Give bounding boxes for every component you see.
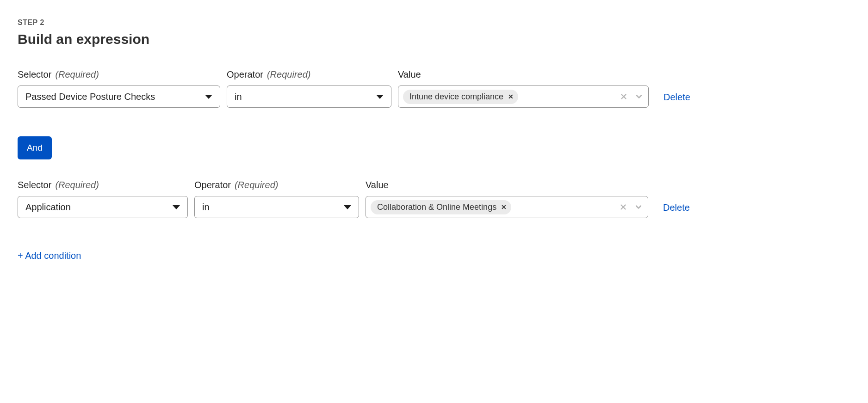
selector-label-row: Selector (Required) <box>18 180 188 190</box>
value-field-group: Value Intune device compliance ✕ <box>398 69 649 108</box>
value-label: Value <box>366 180 389 190</box>
value-multiselect[interactable]: Intune device compliance ✕ <box>398 85 649 108</box>
logic-operator-row: And <box>18 136 850 159</box>
selector-field-group: Selector (Required) Passed Device Postur… <box>18 69 220 108</box>
value-tag: Collaboration & Online Meetings ✕ <box>371 200 511 214</box>
value-label: Value <box>398 69 421 80</box>
selector-required: (Required) <box>55 180 99 190</box>
operator-required: (Required) <box>235 180 278 190</box>
operator-label: Operator <box>194 180 231 190</box>
value-tag: Intune device compliance ✕ <box>403 90 518 104</box>
selector-label-row: Selector (Required) <box>18 69 220 80</box>
selector-label: Selector <box>18 180 51 190</box>
operator-field-group: Operator (Required) in <box>194 180 359 218</box>
selector-field-group: Selector (Required) Application <box>18 180 188 218</box>
selector-value: Application <box>25 202 71 213</box>
value-field-group: Value Collaboration & Online Meetings ✕ <box>366 180 648 218</box>
operator-dropdown[interactable]: in <box>227 85 391 108</box>
expression-row: Selector (Required) Passed Device Postur… <box>18 69 850 108</box>
clear-all-icon[interactable] <box>619 203 627 211</box>
multiselect-actions <box>620 92 644 101</box>
caret-down-icon <box>205 95 212 99</box>
tag-remove-icon[interactable]: ✕ <box>501 204 507 210</box>
selector-required: (Required) <box>55 69 99 80</box>
logic-operator-badge[interactable]: And <box>18 136 52 159</box>
value-tag-text: Intune device compliance <box>409 92 503 102</box>
operator-value: in <box>202 202 210 213</box>
selector-dropdown[interactable]: Application <box>18 196 188 218</box>
operator-label-row: Operator (Required) <box>194 180 359 190</box>
chevron-down-icon[interactable] <box>634 202 643 212</box>
add-condition-button[interactable]: + Add condition <box>18 250 81 261</box>
operator-label-row: Operator (Required) <box>227 69 391 80</box>
caret-down-icon <box>344 205 351 209</box>
caret-down-icon <box>173 205 180 209</box>
page-title: Build an expression <box>18 31 850 47</box>
value-tag-text: Collaboration & Online Meetings <box>377 202 496 212</box>
operator-field-group: Operator (Required) in <box>227 69 391 108</box>
value-label-row: Value <box>398 69 649 80</box>
expression-row: Selector (Required) Application Operator… <box>18 180 850 218</box>
delete-button[interactable]: Delete <box>655 202 690 218</box>
selector-value: Passed Device Posture Checks <box>25 92 155 102</box>
operator-label: Operator <box>227 69 263 80</box>
chevron-down-icon[interactable] <box>634 92 644 101</box>
operator-value: in <box>235 92 242 102</box>
clear-all-icon[interactable] <box>620 92 628 101</box>
selector-label: Selector <box>18 69 51 80</box>
tag-remove-icon[interactable]: ✕ <box>508 93 514 100</box>
value-label-row: Value <box>366 180 648 190</box>
value-multiselect[interactable]: Collaboration & Online Meetings ✕ <box>366 196 648 218</box>
operator-dropdown[interactable]: in <box>194 196 359 218</box>
step-label: STEP 2 <box>18 18 850 27</box>
multiselect-actions <box>619 202 643 212</box>
delete-button[interactable]: Delete <box>655 92 690 108</box>
operator-required: (Required) <box>267 69 310 80</box>
selector-dropdown[interactable]: Passed Device Posture Checks <box>18 85 220 108</box>
caret-down-icon <box>376 95 384 99</box>
